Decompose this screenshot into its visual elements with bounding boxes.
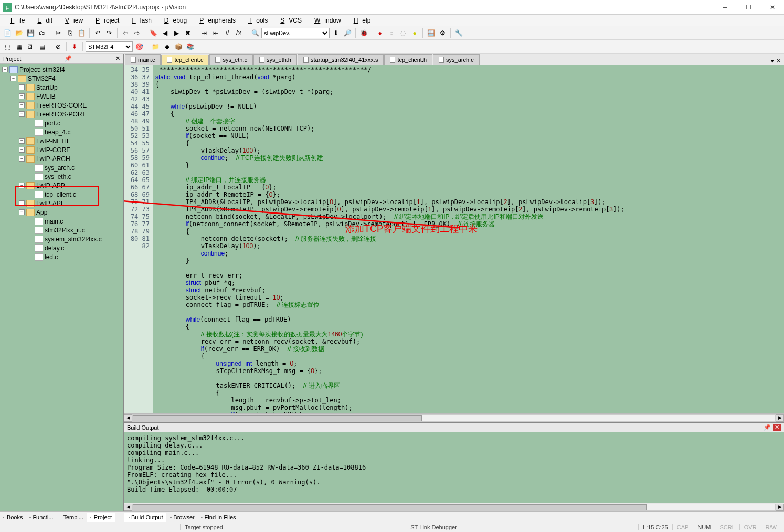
build-close-icon[interactable]: ✕: [773, 424, 781, 431]
translate-icon[interactable]: ⬚: [2, 41, 13, 52]
find-infiles-icon[interactable]: 🔎: [342, 28, 353, 38]
config-icon[interactable]: ⚙: [437, 28, 448, 38]
undo-icon[interactable]: ↶: [92, 28, 103, 38]
build-icon[interactable]: ▦: [14, 41, 24, 52]
tree-node[interactable]: +LwIP-API: [0, 199, 123, 208]
menu-window[interactable]: Window: [306, 16, 345, 25]
ptab-templ[interactable]: ▫Templ...: [57, 513, 87, 522]
tree-node[interactable]: −STM32F4: [0, 74, 123, 83]
breakpoint-disable-icon[interactable]: ○: [386, 28, 397, 38]
panel-close-icon[interactable]: ✕: [115, 55, 120, 62]
minimize-button[interactable]: ─: [713, 0, 737, 15]
file-tab[interactable]: tcp_client.c: [161, 55, 209, 65]
nav-back-icon[interactable]: ⇦: [120, 28, 131, 38]
open-file-icon[interactable]: 📂: [14, 28, 24, 38]
books-icon[interactable]: 📚: [185, 41, 195, 52]
tree-node[interactable]: −LwIP-ARCH: [0, 154, 123, 163]
download-icon[interactable]: ⬇: [69, 41, 80, 52]
file-tab[interactable]: main.c: [125, 54, 161, 65]
tree-node[interactable]: sys_eth.c: [0, 172, 123, 181]
scroll-right-icon[interactable]: ▶: [776, 414, 784, 422]
breakpoint-killall-icon[interactable]: ◌: [398, 28, 408, 38]
breakpoint-enable-icon[interactable]: ●: [409, 28, 420, 38]
build-tab[interactable]: ▫Browser: [166, 513, 197, 522]
cut-icon[interactable]: ✂: [53, 28, 63, 38]
panel-pin-icon[interactable]: 📌: [65, 55, 72, 62]
find-next-icon[interactable]: ⬇: [331, 28, 341, 38]
window-icon[interactable]: 🪟: [426, 28, 436, 38]
menu-flash[interactable]: Flash: [123, 16, 155, 25]
tree-node[interactable]: +FWLIB: [0, 92, 123, 101]
tree-node[interactable]: main.c: [0, 217, 123, 226]
tree-node[interactable]: led.c: [0, 252, 123, 261]
comment-icon[interactable]: //: [222, 28, 232, 38]
target-options-icon[interactable]: 🎯: [134, 41, 144, 52]
file-tab[interactable]: sys_eth.c: [209, 54, 252, 65]
batch-build-icon[interactable]: ▤: [37, 41, 47, 52]
tab-dropdown-icon[interactable]: ▾: [771, 58, 774, 65]
menu-file[interactable]: File: [2, 16, 29, 25]
save-icon[interactable]: 💾: [25, 28, 36, 38]
file-tab[interactable]: sys_eth.h: [253, 54, 297, 65]
new-file-icon[interactable]: 📄: [2, 28, 13, 38]
code-content[interactable]: ****************************************…: [153, 65, 784, 413]
tree-node[interactable]: +FreeRTOS-CORE: [0, 101, 123, 110]
breakpoint-toggle-icon[interactable]: ●: [375, 28, 385, 38]
scroll-left-icon[interactable]: ◀: [124, 414, 132, 422]
editor-hscroll[interactable]: ◀ ▶: [124, 413, 784, 422]
find-icon[interactable]: 🔍: [250, 28, 260, 38]
menu-tools[interactable]: Tools: [240, 16, 272, 25]
file-tab[interactable]: sys_arch.c: [433, 54, 480, 65]
scroll-right-icon[interactable]: ▶: [776, 504, 784, 511]
copy-icon[interactable]: ⎘: [65, 28, 75, 38]
manage-icon[interactable]: 📁: [150, 41, 161, 52]
manage-rte-icon[interactable]: ◆: [162, 41, 172, 52]
tree-node[interactable]: port.c: [0, 119, 123, 127]
tree-node[interactable]: +LwIP-NETIF: [0, 136, 123, 145]
project-tree[interactable]: −Project: stm32f4−STM32F4+StartUp+FWLIB+…: [0, 64, 123, 511]
tree-node[interactable]: stm32f4xx_it.c: [0, 226, 123, 235]
stop-build-icon[interactable]: ⊘: [53, 41, 63, 52]
menu-view[interactable]: View: [57, 16, 87, 25]
tree-node[interactable]: −App: [0, 208, 123, 217]
rebuild-icon[interactable]: ⛋: [25, 41, 36, 52]
save-all-icon[interactable]: 🗂: [37, 28, 47, 38]
indent-icon[interactable]: ⇥: [199, 28, 209, 38]
outdent-icon[interactable]: ⇤: [210, 28, 221, 38]
pack-installer-icon[interactable]: 📦: [173, 41, 184, 52]
build-tab[interactable]: ▫Find In Files: [198, 513, 239, 522]
build-hscroll[interactable]: ◀ ▶: [124, 503, 784, 511]
bookmark-prev-icon[interactable]: ◀: [160, 28, 170, 38]
menu-help[interactable]: Help: [345, 16, 375, 25]
build-tab[interactable]: ▫Build Output: [124, 513, 166, 522]
build-pin-icon[interactable]: 📌: [764, 424, 771, 431]
redo-icon[interactable]: ↷: [104, 28, 114, 38]
bookmark-clear-icon[interactable]: ✖: [183, 28, 193, 38]
menu-debug[interactable]: Debug: [156, 16, 191, 25]
tree-node[interactable]: sys_arch.c: [0, 163, 123, 172]
file-tab[interactable]: startup_stm32f40_41xxx.s: [298, 54, 384, 65]
maximize-button[interactable]: ☐: [737, 0, 760, 15]
file-tab[interactable]: tcp_client.h: [384, 54, 432, 65]
uncomment-icon[interactable]: /×: [234, 28, 244, 38]
tree-node[interactable]: +LwIP-CORE: [0, 145, 123, 154]
tree-node[interactable]: −FreeRTOS-PORT: [0, 110, 123, 119]
tree-node[interactable]: −Project: stm32f4: [0, 65, 123, 74]
bookmark-icon[interactable]: 🔖: [148, 28, 158, 38]
code-editor[interactable]: 34 35 36 37 38 39 40 41 42 43 44 45 46 4…: [124, 65, 784, 413]
menu-peripherals[interactable]: Peripherals: [191, 16, 240, 25]
tree-node[interactable]: −LwIP-APP: [0, 181, 123, 190]
tree-node[interactable]: tcp_client.c: [0, 190, 123, 199]
menu-project[interactable]: Project: [87, 16, 123, 25]
paste-icon[interactable]: 📋: [76, 28, 87, 38]
find-combo[interactable]: sLwipDev.: [261, 28, 330, 38]
ptab-functi[interactable]: ▫Functi...: [26, 513, 56, 522]
target-select[interactable]: STM32F4: [86, 41, 133, 52]
nav-fwd-icon[interactable]: ⇨: [132, 28, 142, 38]
build-output-text[interactable]: compiling system_stm32f4xx.c... compilin…: [124, 432, 784, 503]
menu-edit[interactable]: Edit: [29, 16, 57, 25]
bookmark-next-icon[interactable]: ▶: [171, 28, 182, 38]
debug-icon[interactable]: 🐞: [358, 28, 369, 38]
menu-svcs[interactable]: SVCS: [272, 16, 306, 25]
tree-node[interactable]: heap_4.c: [0, 127, 123, 136]
